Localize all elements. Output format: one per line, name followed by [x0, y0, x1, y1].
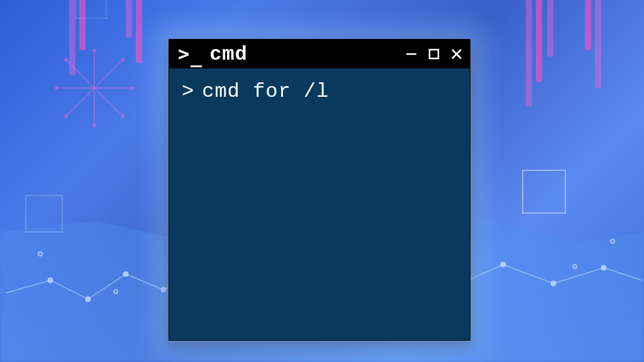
svg-point-14: [123, 272, 128, 277]
svg-point-8: [64, 58, 68, 62]
svg-point-11: [121, 58, 125, 62]
svg-point-5: [130, 86, 134, 90]
svg-point-12: [48, 278, 53, 283]
maximize-button[interactable]: [427, 47, 441, 61]
svg-point-20: [501, 262, 506, 267]
svg-point-15: [161, 287, 166, 292]
window-title: cmd: [209, 43, 397, 66]
svg-point-21: [551, 281, 556, 286]
terminal-window[interactable]: >_ cmd > cmd for /l: [169, 39, 470, 341]
prompt-symbol: >: [182, 80, 194, 103]
svg-point-13: [86, 297, 91, 302]
svg-point-6: [92, 48, 96, 52]
command-line[interactable]: > cmd for /l: [182, 80, 457, 103]
svg-point-10: [64, 114, 68, 118]
svg-rect-24: [430, 50, 438, 58]
svg-line-3: [66, 60, 123, 116]
titlebar[interactable]: >_ cmd: [169, 40, 470, 69]
terminal-body[interactable]: > cmd for /l: [169, 69, 470, 114]
svg-point-4: [55, 86, 58, 90]
terminal-prompt-icon: >_: [178, 45, 202, 63]
svg-point-7: [92, 124, 96, 128]
window-controls: [404, 47, 464, 61]
svg-point-22: [601, 265, 606, 270]
svg-point-9: [121, 114, 125, 118]
minimize-button[interactable]: [404, 47, 418, 61]
command-text: cmd for /l: [202, 80, 329, 103]
svg-line-2: [66, 60, 123, 116]
close-button[interactable]: [450, 47, 464, 61]
